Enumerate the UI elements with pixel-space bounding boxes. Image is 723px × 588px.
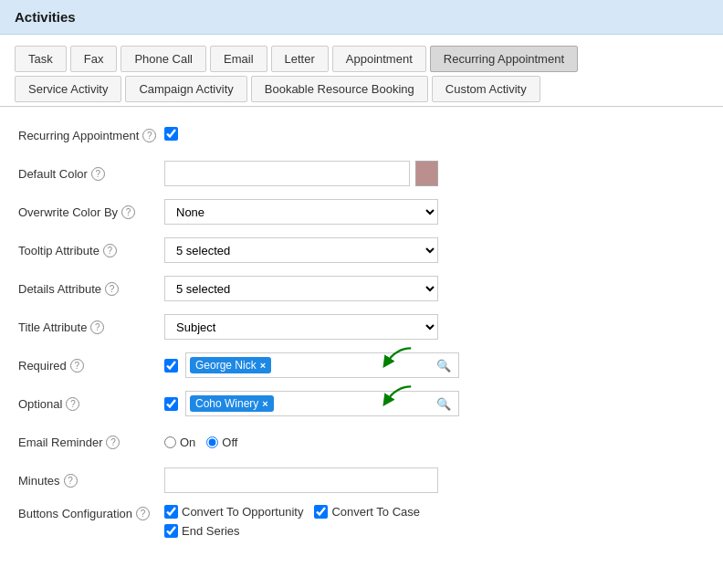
email-reminder-on-radio[interactable] [164,436,176,448]
optional-tag-close[interactable]: × [262,398,267,409]
convert-to-opportunity-label[interactable]: Convert To Opportunity [164,505,303,519]
minutes-row: Minutes ? [18,467,705,494]
tab-custom-activity[interactable]: Custom Activity [432,76,540,102]
tab-email[interactable]: Email [210,46,267,72]
help-icon-overwrite[interactable]: ? [121,205,135,219]
page-title: Activities [15,9,76,25]
recurring-appointment-row: Recurring Appointment ? [18,121,705,149]
end-series-label[interactable]: End Series [164,524,240,538]
tab-section: TaskFaxPhone CallEmailLetterAppointmentR… [0,35,723,107]
email-reminder-on-label[interactable]: On [164,436,195,449]
tab-appointment[interactable]: Appointment [332,46,426,72]
tab-row-2: Service ActivityCampaign ActivityBookabl… [15,76,708,102]
overwrite-color-row: Overwrite Color By ? None Field Status [18,198,705,226]
convert-to-case-checkbox[interactable] [314,505,328,519]
convert-to-opportunity-checkbox[interactable] [164,505,178,519]
email-reminder-row: Email Reminder ? On Off [18,428,705,456]
content-area: Recurring Appointment ? Default Color ? … [0,107,723,563]
convert-to-case-label[interactable]: Convert To Case [314,505,420,519]
default-color-row: Default Color ? #bc8f8f [18,160,705,187]
end-series-checkbox[interactable] [164,524,178,538]
help-icon-minutes[interactable]: ? [64,474,78,488]
required-tag-text: George Nick [195,359,257,372]
optional-arrow [380,383,413,411]
recurring-appointment-checkbox[interactable] [164,127,178,141]
optional-label: Optional ? [18,397,164,411]
required-tag-input: George Nick × 🔍 [185,352,459,378]
required-label: Required ? [18,359,164,373]
title-attribute-select[interactable]: Subject Name Description [164,314,438,340]
optional-tag-input: Coho Winery × 🔍 [185,391,459,416]
required-arrow [380,345,413,373]
email-reminder-label: Email Reminder ? [18,436,164,449]
help-icon-email[interactable]: ? [106,436,120,449]
buttons-config-row: Buttons Configuration ? Convert To Oppor… [18,505,705,538]
help-icon-optional[interactable]: ? [66,397,79,411]
title-attribute-row: Title Attribute ? Subject Name Descripti… [18,313,705,341]
required-tag: George Nick × [190,357,271,373]
tooltip-attribute-select[interactable]: 5 selected [164,237,438,263]
overwrite-color-label: Overwrite Color By ? [18,205,164,219]
tab-task[interactable]: Task [15,46,67,72]
details-attribute-label: Details Attribute ? [18,282,164,296]
optional-checkbox[interactable] [164,397,178,411]
tab-service-activity[interactable]: Service Activity [15,76,121,102]
tab-fax[interactable]: Fax [70,46,118,72]
email-reminder-off-label[interactable]: Off [206,436,237,449]
tab-letter[interactable]: Letter [271,46,329,72]
help-icon-title[interactable]: ? [90,320,104,334]
minutes-input[interactable] [164,467,438,493]
details-attribute-select[interactable]: 5 selected [164,276,438,301]
tab-bookable-resource[interactable]: Bookable Resource Booking [251,76,428,102]
tab-recurring-appointment[interactable]: Recurring Appointment [430,46,578,72]
optional-tag-text: Coho Winery [195,397,258,410]
overwrite-color-select[interactable]: None Field Status [164,199,438,225]
recurring-appointment-label: Recurring Appointment ? [18,129,164,142]
help-icon-recurring[interactable]: ? [142,129,156,142]
email-reminder-on-text: On [180,436,195,449]
email-reminder-off-radio[interactable] [206,436,218,448]
convert-to-opportunity-text: Convert To Opportunity [182,505,303,519]
minutes-label: Minutes ? [18,474,164,488]
tab-row-1: TaskFaxPhone CallEmailLetterAppointmentR… [15,46,708,72]
default-color-label: Default Color ? [18,167,164,181]
tab-phone-call[interactable]: Phone Call [120,46,206,72]
required-tag-close[interactable]: × [260,360,266,371]
help-icon-buttons[interactable]: ? [136,507,150,520]
tooltip-attribute-row: Tooltip Attribute ? 5 selected [18,236,705,264]
required-checkbox[interactable] [164,359,178,373]
help-icon-required[interactable]: ? [70,359,84,373]
help-icon-color[interactable]: ? [91,167,105,181]
default-color-input[interactable]: #bc8f8f [164,161,410,186]
buttons-config-label: Buttons Configuration ? [18,505,164,520]
color-swatch[interactable] [415,161,438,186]
optional-row: Optional ? Coho Winery × 🔍 [18,390,705,417]
optional-tag: Coho Winery × [190,395,274,412]
required-search-icon[interactable]: 🔍 [433,357,455,374]
tab-campaign-activity[interactable]: Campaign Activity [125,76,246,102]
help-icon-details[interactable]: ? [105,282,119,296]
optional-search-icon[interactable]: 🔍 [433,395,455,413]
details-attribute-row: Details Attribute ? 5 selected [18,275,705,302]
convert-to-case-text: Convert To Case [331,505,420,519]
required-row: Required ? George Nick × 🔍 [18,352,705,379]
tooltip-attribute-label: Tooltip Attribute ? [18,244,164,257]
page-title-bar: Activities [0,0,723,35]
email-reminder-off-text: Off [222,436,237,449]
help-icon-tooltip[interactable]: ? [103,244,117,257]
end-series-text: End Series [182,524,240,538]
title-attribute-label: Title Attribute ? [18,320,164,334]
